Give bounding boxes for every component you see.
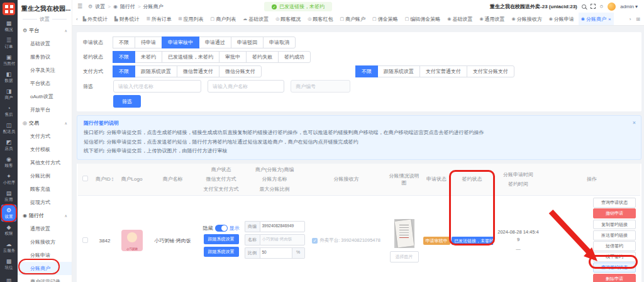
apply-status-option[interactable]: 申请驳回 [231, 37, 264, 48]
tabs-scroll-left-icon[interactable]: ‹ [74, 13, 80, 25]
alipay-pay-option[interactable]: 不限 [355, 65, 378, 77]
tab[interactable]: ◎ 顾客红包 [305, 13, 337, 25]
app-sidebar-item[interactable]: ◆ 权限 [1, 222, 16, 239]
tab[interactable]: ▢ 商户账户 [337, 13, 370, 25]
menu-item[interactable]: 其他支付方式 [18, 156, 72, 169]
tab[interactable]: ▙ 财务统计 [112, 13, 143, 25]
sort-icon[interactable]: ▲▼ [111, 177, 114, 182]
choose-image-button[interactable]: 选择图片 [390, 251, 419, 262]
menu-item[interactable]: 分账接收方 [18, 235, 72, 249]
tab[interactable]: ☰ 所有订单 [143, 13, 175, 25]
tab[interactable]: ◉ 分账接收方 [509, 13, 547, 25]
wechat-pay-option[interactable]: 微信普通支付 [177, 65, 219, 77]
menu-item[interactable]: 通用设置 [18, 222, 72, 235]
menu-item[interactable]: 平台状态 [18, 77, 72, 90]
menu-item[interactable]: ⚙ 平台 ∧ [18, 24, 72, 37]
menu-item[interactable]: 分享及关注 [18, 64, 72, 77]
app-sidebar-item[interactable]: ▥ [1, 273, 16, 282]
app-sidebar-item[interactable]: ◫ 配送员 [1, 120, 16, 137]
menu-item[interactable]: 支付方式 [18, 130, 72, 143]
menu-item[interactable]: ◉ 随行付 ∧ [18, 209, 72, 222]
op-button[interactable]: 线下签约 [593, 252, 636, 262]
merchant-name-input[interactable] [208, 80, 284, 93]
alipay-pay-option[interactable]: 跟随系统设置 [377, 65, 420, 77]
apply-status-option[interactable]: 申请审核中 [162, 37, 199, 48]
app-sidebar-item[interactable]: ✦ 小程序 [1, 171, 16, 188]
fullscreen-icon[interactable] [591, 4, 596, 9]
wechat-pay-option[interactable]: 跟随系统设置 [135, 65, 177, 77]
app-sidebar-item[interactable]: ▣ 当面付 [1, 52, 16, 69]
op-button[interactable]: 删除申请 [593, 274, 636, 282]
app-sidebar-item[interactable]: ◨ 商户 [1, 86, 16, 103]
refresh-icon[interactable]: ○ [600, 4, 603, 9]
alipay-follow-system-button[interactable]: 跟随系统设置 [204, 247, 239, 257]
app-sidebar-item[interactable]: ▩ 坑位 [1, 256, 16, 273]
ratio-value-input[interactable]: 50 [260, 247, 292, 259]
user-menu[interactable]: admin▾ [620, 4, 638, 9]
alipay-pay-option[interactable]: 支付宝普通支付 [419, 65, 467, 77]
app-sidebar-item[interactable]: ◩ 店员 [1, 137, 16, 154]
tab[interactable]: ☁ 基础设置 [240, 13, 273, 25]
sign-status-option[interactable]: 签约成功 [278, 51, 311, 63]
sign-status-option[interactable]: 签约失败 [246, 51, 279, 63]
tabs-scroll-right-icon[interactable]: › [627, 13, 634, 25]
op-button[interactable]: 推送签约链接 [593, 230, 636, 240]
tab-close-icon[interactable]: × [608, 16, 611, 22]
menu-item[interactable]: 服务协议 [18, 50, 72, 64]
menu-item[interactable]: 分账申请 [18, 249, 72, 262]
select-all-checkbox[interactable] [82, 176, 88, 181]
sign-status-option[interactable]: 不限 [113, 51, 135, 63]
op-button[interactable]: 短信签约 [593, 241, 636, 251]
wechat-pay-option[interactable]: 微信分账支付 [219, 65, 262, 77]
app-sidebar-item[interactable]: ☁ 云服务 [1, 239, 16, 256]
user-avatar[interactable] [608, 3, 616, 11]
wechat-pay-option[interactable]: 不限 [113, 65, 135, 77]
op-button[interactable]: 查询签约状态 [593, 262, 636, 273]
menu-item[interactable]: oAuth设置 [18, 90, 72, 103]
op-button[interactable]: 撤销申请 [593, 208, 636, 218]
tab[interactable]: ▢ 佣金策略 [370, 13, 402, 25]
sign-status-option[interactable]: 审批中 [219, 51, 247, 63]
menu-item[interactable]: 开放平台 [18, 103, 72, 116]
menu-item[interactable]: 支付模板 [18, 143, 72, 156]
visibility-toggle[interactable] [215, 225, 228, 232]
menu-fold-icon[interactable]: ☰ [77, 3, 82, 9]
op-button[interactable]: 查询申请状态 [593, 198, 636, 208]
apply-status-option[interactable]: 待申请 [135, 37, 162, 48]
sign-status-option[interactable]: 未签约 [135, 51, 162, 63]
col-merchant-id[interactable]: 商户ID▲▼ [92, 164, 118, 195]
menu-item[interactable]: 商户运营记录 [18, 275, 72, 282]
agent-name-input[interactable] [113, 80, 201, 93]
app-sidebar-item[interactable]: ▤ 应用 [1, 188, 16, 205]
wechat-follow-system-button[interactable]: 跟随系统设置 [204, 234, 239, 244]
app-sidebar-item[interactable]: ◔ 售后 [1, 103, 16, 120]
filter-submit-button[interactable]: 筛选 [113, 95, 141, 108]
sign-status-option[interactable]: 已发送链接，未签约 [162, 51, 219, 63]
app-sidebar-item[interactable]: ⚙ 设置 [1, 205, 16, 222]
merchant-code-input[interactable] [291, 80, 350, 93]
code-value-input[interactable]: 39924082846949 [260, 221, 305, 232]
app-sidebar-item[interactable]: ☰ 订单 [1, 35, 16, 52]
apply-status-option[interactable]: 申请通过 [199, 37, 231, 48]
tabs-menu-icon[interactable]: ⊞ [633, 13, 643, 25]
close-icon[interactable]: × [633, 118, 636, 128]
tab[interactable]: ▢ 编辑佣金策略 [402, 13, 445, 25]
op-button[interactable]: 复制签约链接 [593, 220, 636, 230]
app-sidebar-item[interactable]: ▦ 概况 [1, 18, 16, 35]
alipay-pay-option[interactable]: 支付宝分账支付 [467, 65, 514, 77]
tab[interactable]: ◉ 通用设置 [477, 13, 509, 25]
menu-item[interactable]: 提现方式 [18, 196, 72, 209]
tab[interactable]: ◎ 顾客概况 [273, 13, 305, 25]
tab[interactable]: ◉ 基础设置 [445, 13, 477, 25]
breadcrumb-settings[interactable]: 设置 [95, 3, 105, 10]
menu-item[interactable]: 分账比例 [18, 169, 72, 183]
receiver-checkbox[interactable]: ✓ [312, 238, 318, 244]
apply-status-option[interactable]: 申请取消 [263, 37, 296, 48]
breadcrumb-suixingfu[interactable]: 随行付 [120, 3, 135, 10]
agreement-photo-thumbnail[interactable] [394, 219, 414, 248]
tab[interactable]: ◉ 分账申请 [547, 13, 579, 25]
menu-item[interactable]: 顾客充值 [18, 183, 72, 196]
tab[interactable]: ⊞ 应用列表 [176, 13, 208, 25]
tab[interactable]: ▙ 外卖统计 [80, 13, 112, 25]
search-icon[interactable] [582, 4, 586, 9]
